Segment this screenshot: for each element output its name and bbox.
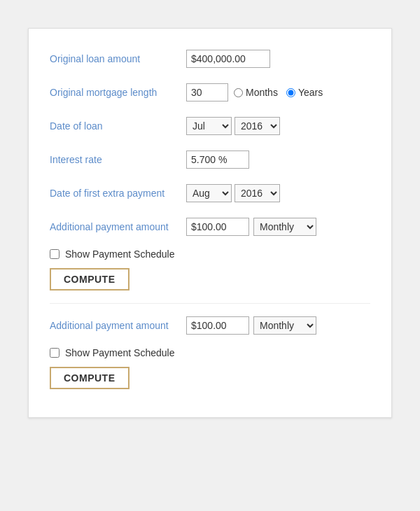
frequency-select-1[interactable]: Monthly Weekly Biweekly Yearly One-time [253,218,316,236]
show-schedule-label-1: Show Payment Schedule [65,248,174,260]
compute-label-1: COMPUTE [64,274,115,285]
compute-label-2: COMPUTE [64,372,115,384]
additional-payment-section-2: Additional payment amount Monthly Weekly… [50,316,370,389]
extra-year-select[interactable]: 201420152016 2017201820192020 [234,184,280,202]
additional-payment-label-2: Additional payment amount [50,320,186,331]
interest-rate-label: Interest rate [50,154,186,165]
payment-input-row-1: Monthly Weekly Biweekly Yearly One-time [186,218,316,236]
interest-rate-input[interactable] [186,150,249,169]
additional-payment-input-1[interactable] [186,218,249,236]
length-unit-group: Months Years [234,87,323,98]
additional-payment-input-2[interactable] [186,316,249,335]
extra-date-selects: JanFebMarApr MayJunJulAug SepOctNovDec 2… [186,184,280,202]
loan-month-select[interactable]: JanFebMarApr MayJunJulAug SepOctNovDec [186,117,232,135]
loan-year-select[interactable]: 201420152016 2017201820192020 [234,117,280,135]
payment-input-row-2: Monthly Weekly Biweekly Yearly One-time [186,316,316,335]
show-schedule-checkbox-2[interactable] [50,348,59,358]
additional-payment-label-1: Additional payment amount [50,221,186,232]
show-schedule-row-2: Show Payment Schedule [50,347,370,358]
mortgage-length-row: Original mortgage length Months Years [50,83,370,102]
interest-rate-row: Interest rate [50,150,370,169]
additional-payment-row-1: Additional payment amount Monthly Weekly… [50,218,370,236]
section-divider [50,303,370,304]
extra-month-select[interactable]: JanFebMarApr MayJunJulAug SepOctNovDec [186,184,232,202]
main-card: Original loan amount Original mortgage l… [28,28,392,418]
mortgage-length-input[interactable] [186,83,228,102]
date-of-loan-label: Date of loan [50,120,186,132]
date-first-extra-row: Date of first extra payment JanFebMarApr… [50,184,370,202]
loan-amount-input[interactable] [186,50,270,68]
show-schedule-label-2: Show Payment Schedule [65,347,174,358]
loan-amount-row: Original loan amount [50,50,370,68]
compute-button-2[interactable]: COMPUTE [50,367,130,389]
loan-amount-label: Original loan amount [50,53,186,64]
frequency-select-2[interactable]: Monthly Weekly Biweekly Yearly One-time [253,316,316,335]
additional-payment-row-2: Additional payment amount Monthly Weekly… [50,316,370,335]
additional-payment-section-1: Additional payment amount Monthly Weekly… [50,218,370,290]
date-first-extra-label: Date of first extra payment [50,188,186,199]
show-schedule-row-1: Show Payment Schedule [50,248,370,260]
months-label: Months [246,87,278,98]
years-radio-label[interactable]: Years [286,87,323,98]
date-of-loan-selects: JanFebMarApr MayJunJulAug SepOctNovDec 2… [186,117,280,135]
compute-button-1[interactable]: COMPUTE [50,268,130,290]
show-schedule-checkbox-1[interactable] [50,249,59,259]
months-radio-label[interactable]: Months [234,87,278,98]
years-radio[interactable] [286,88,295,97]
years-label: Years [298,87,323,98]
months-radio[interactable] [234,88,243,97]
mortgage-length-label: Original mortgage length [50,87,186,98]
date-of-loan-row: Date of loan JanFebMarApr MayJunJulAug S… [50,117,370,135]
